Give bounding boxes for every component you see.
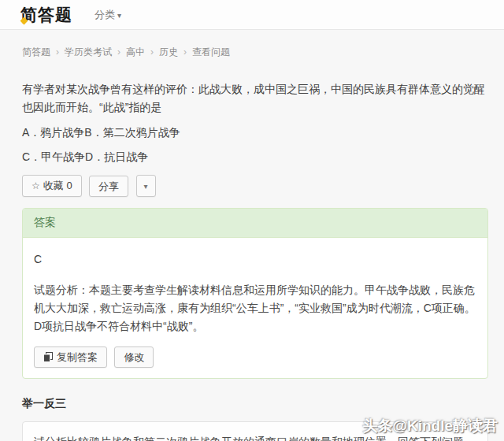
copy-answer-button[interactable]: 复制答案: [34, 346, 107, 368]
favorite-label: 收藏: [43, 180, 64, 191]
breadcrumb-item-home[interactable]: 简答题: [22, 46, 50, 57]
related-section-heading: 举一反三: [22, 397, 488, 411]
breadcrumb-item-subject[interactable]: 历史: [159, 46, 178, 57]
site-logo[interactable]: 简答题: [20, 4, 72, 26]
breadcrumb-separator: ›: [150, 46, 154, 57]
edit-label: 修改: [124, 351, 144, 363]
breadcrumb-item-exam-type[interactable]: 学历类考试: [65, 46, 112, 57]
answer-panel-header: 答案: [23, 209, 487, 238]
share-button[interactable]: 分享: [89, 176, 128, 197]
nav-category-label: 分类: [94, 9, 115, 20]
related-question-intro: 试分析比较鸦片战争和第二次鸦片战争开放的通商口岸的数量和地理位置，回答下列问题。: [34, 433, 476, 441]
chevron-down-icon: ▾: [117, 11, 121, 20]
breadcrumb-separator: ›: [117, 46, 120, 57]
question-text: 有学者对某次战争曾有这样的评价：此战大败，成中国之巨祸，中国的民族具有群体意义的…: [22, 80, 488, 117]
edit-button[interactable]: 修改: [114, 346, 154, 368]
share-label: 分享: [98, 180, 119, 192]
answer-action-row: 复制答案 修改: [34, 346, 476, 368]
favorite-count: 0: [66, 180, 72, 191]
site-logo-text: 简答题: [20, 6, 72, 24]
answer-panel-body: C 试题分析：本题主要考查学生解读材料信息和运用所学知识的能力。甲午战争战败，民…: [23, 238, 487, 378]
answer-value: C: [34, 253, 476, 265]
chevron-down-icon: ▾: [144, 180, 148, 192]
star-icon: ☆: [32, 180, 40, 191]
breadcrumb-item-level[interactable]: 高中: [126, 46, 145, 57]
breadcrumb-separator: ›: [56, 46, 59, 57]
answer-analysis: 试题分析：本题主要考查学生解读材料信息和运用所学知识的能力。甲午战争战败，民族危…: [34, 281, 476, 335]
question-options-line-2: C．甲午战争D．抗日战争: [22, 148, 488, 165]
more-actions-dropdown-button[interactable]: ▾: [136, 175, 156, 197]
copy-answer-label: 复制答案: [57, 351, 98, 363]
question-action-row: ☆收藏 0 分享 ▾: [22, 175, 488, 197]
breadcrumb-item-current: 查看问题: [192, 46, 230, 57]
question-options-line-1: A．鸦片战争B．第二次鸦片战争: [22, 124, 488, 141]
nav-category-dropdown[interactable]: 分类▾: [94, 8, 121, 22]
favorite-button[interactable]: ☆收藏 0: [22, 175, 82, 197]
breadcrumb-separator: ›: [183, 46, 187, 57]
related-question-panel: 试分析比较鸦片战争和第二次鸦片战争开放的通商口岸的数量和地理位置，回答下列问题。…: [22, 421, 488, 441]
answer-panel: 答案 C 试题分析：本题主要考查学生解读材料信息和运用所学知识的能力。甲午战争战…: [22, 208, 488, 379]
main-content: 简答题›学历类考试›高中›历史›查看问题 有学者对某次战争曾有这样的评价：此战大…: [22, 46, 488, 441]
breadcrumb: 简答题›学历类考试›高中›历史›查看问题: [22, 46, 488, 59]
copy-icon: [43, 352, 53, 362]
top-navbar: 简答题 分类▾: [0, 0, 504, 30]
